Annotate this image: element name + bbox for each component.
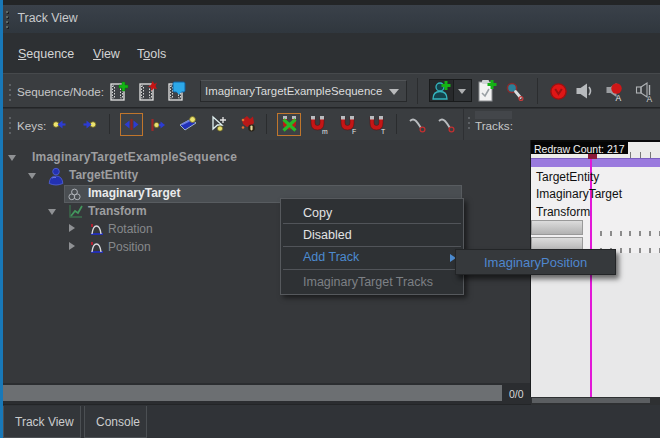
svg-text:A: A [647,94,653,104]
svg-text:m: m [322,128,328,135]
svg-text:F: F [352,128,356,135]
svg-text:A: A [616,93,622,103]
svg-text:T: T [381,128,385,135]
